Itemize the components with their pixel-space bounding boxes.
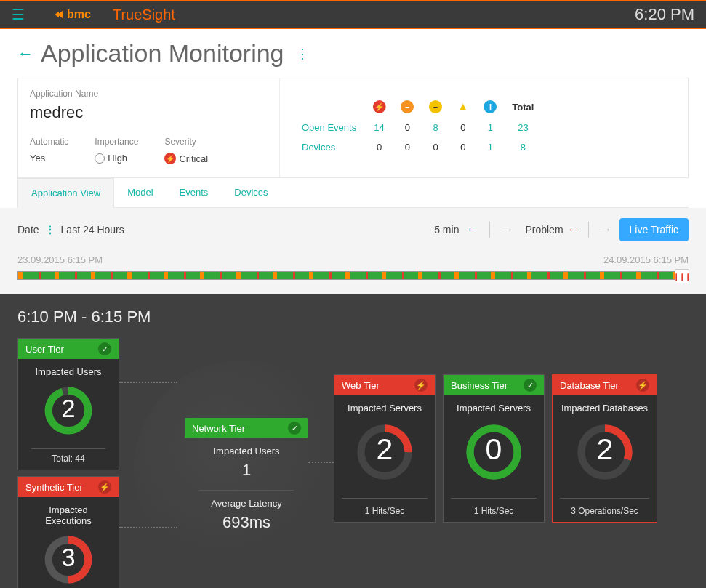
step-label: 5 min xyxy=(434,224,459,235)
cell[interactable]: 8 xyxy=(422,118,450,137)
tile-title: User Tier xyxy=(25,344,64,355)
cell[interactable]: 1 xyxy=(476,118,505,137)
critical-icon: ⚡ xyxy=(373,100,386,113)
check-icon: ✓ xyxy=(98,342,111,355)
cell[interactable]: 23 xyxy=(505,118,542,137)
controls-row: Date ⋮ Last 24 Hours 5 min ← → Problem ←… xyxy=(0,208,706,251)
problem-label: Problem xyxy=(525,224,563,235)
latency-label: Average Latency xyxy=(192,498,301,509)
check-icon: ✓ xyxy=(288,422,301,435)
svg-text:2: 2 xyxy=(61,395,75,422)
menu-icon[interactable]: ☰ xyxy=(12,6,25,23)
brand-logo: bmc xyxy=(54,8,91,21)
problem-next-icon: → xyxy=(598,220,615,239)
tile-title: Database Tier xyxy=(560,380,619,391)
date-label: Date xyxy=(17,224,39,235)
tab-devices[interactable]: Devices xyxy=(221,178,281,207)
top-bar: ☰ bmc TrueSight 6:20 PM xyxy=(0,0,706,29)
timeline-handle[interactable]: ❙❙❙ xyxy=(675,269,689,283)
timeline-bar[interactable]: ❙❙❙ xyxy=(17,271,689,280)
metric-label: Impacted Users xyxy=(25,366,111,377)
tile-network-tier[interactable]: Network Tier✓ Impacted Users 1 Average L… xyxy=(185,418,308,538)
timeline-start: 23.09.2015 6:15 PM xyxy=(17,254,103,265)
tile-title: Web Tier xyxy=(342,380,380,391)
open-events-link[interactable]: Open Events xyxy=(294,118,365,137)
severity-label: Severity xyxy=(164,137,208,147)
importance-icon: ! xyxy=(95,153,105,164)
importance-value: High xyxy=(108,153,127,164)
svg-text:2: 2 xyxy=(377,432,393,466)
svg-text:3: 3 xyxy=(61,544,75,571)
product-name: TrueSight xyxy=(113,7,175,23)
check-icon: ✓ xyxy=(524,379,537,392)
tile-database-tier[interactable]: Database Tier⚡ Impacted Databases 2 3 Op… xyxy=(552,374,657,523)
tile-user-tier[interactable]: User Tier✓ Impacted Users 2 Total: 44 xyxy=(17,338,119,470)
problem-prev-icon[interactable]: ← xyxy=(568,223,579,236)
metric-value: 1 xyxy=(192,461,301,480)
metric-label: Impacted Servers xyxy=(342,403,428,414)
cell: 0 xyxy=(365,137,393,157)
step-prev-icon[interactable]: ← xyxy=(463,220,481,239)
tile-business-tier[interactable]: Business Tier✓ Impacted Servers 0 1 Hits… xyxy=(443,374,545,523)
bolt-icon: ⚡ xyxy=(98,480,111,494)
tab-application-view[interactable]: Application View xyxy=(17,178,114,208)
devices-link[interactable]: Devices xyxy=(294,137,365,157)
tile-title: Business Tier xyxy=(451,380,508,391)
back-icon[interactable]: ← xyxy=(17,44,33,63)
automatic-label: Automatic xyxy=(30,137,68,147)
donut-chart: 3 xyxy=(42,533,95,586)
date-range[interactable]: Last 24 Hours xyxy=(61,224,124,235)
latency-value: 693ms xyxy=(192,513,301,532)
tile-title: Network Tier xyxy=(192,423,245,434)
tile-title: Synthetic Tier xyxy=(25,482,83,493)
page-menu-icon[interactable]: ⋮ xyxy=(296,46,309,62)
tile-footer: 3 Operations/Sec xyxy=(560,498,649,516)
metric-label: Impacted Users xyxy=(192,446,301,456)
summary-panel: Application Name medrec Automatic Yes Im… xyxy=(17,78,689,178)
importance-label: Importance xyxy=(95,137,138,147)
dashboard: 6:10 PM - 6:15 PM User Tier✓ Impacted Us… xyxy=(0,294,706,588)
cell[interactable]: 8 xyxy=(505,137,542,157)
metric-label: Impacted Servers xyxy=(451,403,537,414)
svg-text:0: 0 xyxy=(486,432,502,466)
donut-chart: 2 xyxy=(42,384,95,437)
minor-icon: – xyxy=(429,100,442,113)
app-name-label: Application Name xyxy=(30,89,268,99)
severity-value: Critical xyxy=(179,153,208,164)
timeline-section: 23.09.2015 6:15 PM 24.09.2015 6:15 PM ❙❙… xyxy=(0,251,706,294)
info-icon: i xyxy=(484,100,497,113)
severity-icon: ⚡ xyxy=(164,153,176,164)
cell: 0 xyxy=(393,137,422,157)
page-title: Application Monitoring xyxy=(41,39,284,68)
live-traffic-button[interactable]: Live Traffic xyxy=(619,218,689,241)
app-name: medrec xyxy=(30,103,268,122)
step-next-icon: → xyxy=(499,220,516,239)
title-row: ← Application Monitoring ⋮ xyxy=(0,29,706,78)
tile-footer: 1 Hits/Sec xyxy=(451,498,537,516)
cell[interactable]: 1 xyxy=(476,137,505,157)
metric-label: Impacted Executions xyxy=(25,504,111,526)
warning-icon: ▲ xyxy=(457,100,469,113)
svg-text:2: 2 xyxy=(596,432,613,466)
total-header: Total xyxy=(505,96,542,118)
tile-footer: 1 Hits/Sec xyxy=(342,498,428,516)
total-line: Total: 44 xyxy=(31,448,105,464)
cell: 0 xyxy=(393,118,422,137)
tile-synthetic-tier[interactable]: Synthetic Tier⚡ Impacted Executions 3 To… xyxy=(17,476,119,588)
cell[interactable]: 14 xyxy=(365,118,393,137)
major-icon: – xyxy=(401,100,414,113)
metric-label: Impacted Databases xyxy=(560,403,649,414)
automatic-value: Yes xyxy=(30,153,68,164)
donut-chart: 2 xyxy=(353,421,416,483)
events-matrix: ⚡ – – ▲ i Total Open Events 14 0 8 0 1 2… xyxy=(294,96,542,157)
tab-events[interactable]: Events xyxy=(167,178,222,207)
tab-model[interactable]: Model xyxy=(114,178,166,207)
donut-chart: 0 xyxy=(462,421,525,483)
tile-web-tier[interactable]: Web Tier⚡ Impacted Servers 2 1 Hits/Sec xyxy=(334,374,436,523)
view-tabs: Application View Model Events Devices xyxy=(17,178,689,208)
cell: 0 xyxy=(449,137,476,157)
bolt-icon: ⚡ xyxy=(636,379,649,392)
interval-heading: 6:10 PM - 6:15 PM xyxy=(17,307,689,326)
date-menu-icon[interactable]: ⋮ xyxy=(45,224,55,235)
donut-chart: 2 xyxy=(574,421,636,483)
